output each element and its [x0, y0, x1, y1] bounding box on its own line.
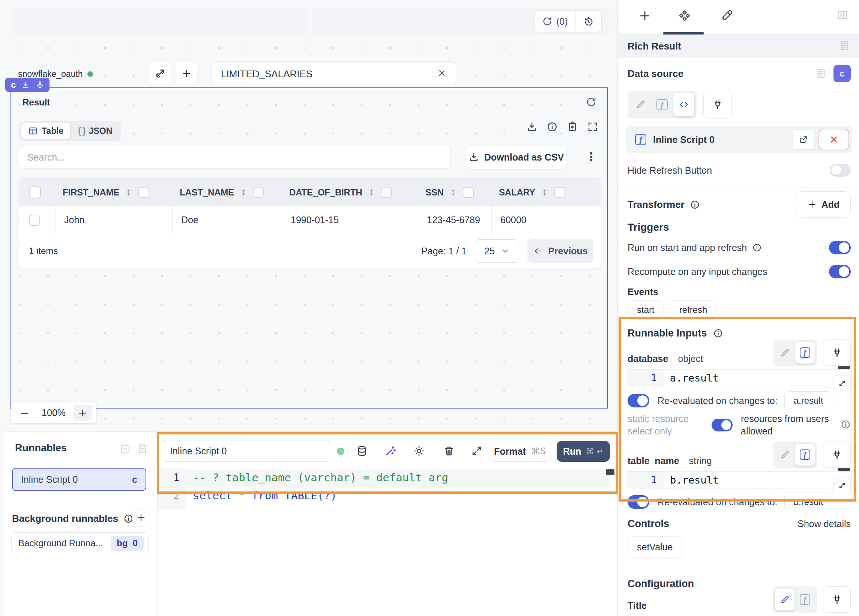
download-csv-button[interactable]: Download as CSV — [466, 145, 566, 169]
page-size-select[interactable]: 25 — [475, 239, 519, 263]
code-line-2[interactable]: 2 select * from TABLE(?) — [158, 487, 617, 504]
connect-runnable-button[interactable] — [703, 91, 732, 119]
docs-icon[interactable] — [839, 40, 850, 51]
sort-icon[interactable] — [449, 188, 457, 197]
mode-static-button[interactable] — [775, 444, 795, 466]
script-settings-button[interactable] — [408, 440, 430, 462]
background-runnable-item[interactable]: Background Runna... bg_0 — [11, 532, 148, 554]
mode-function-button[interactable]: f — [651, 93, 673, 116]
unlink-datasource-button[interactable] — [149, 62, 171, 85]
zoom-out-button[interactable]: − — [15, 406, 34, 419]
mode-function-button[interactable]: f — [795, 444, 815, 466]
select-all-checkbox[interactable] — [29, 186, 41, 199]
column-header[interactable]: SSN — [425, 187, 444, 198]
clear-table-button[interactable] — [428, 68, 456, 80]
mode-function-button[interactable]: f — [795, 342, 815, 364]
column-header[interactable]: SALARY — [499, 187, 535, 198]
docs-icon[interactable] — [815, 68, 827, 79]
collapse-sidebar-button[interactable] — [837, 9, 848, 22]
tab-json[interactable]: { } JSON — [71, 123, 119, 139]
reeval-toggle[interactable] — [628, 495, 649, 509]
format-button[interactable]: Format ⌘S — [488, 441, 552, 462]
recompute-toggle[interactable] — [829, 265, 851, 278]
column-toggle[interactable] — [462, 187, 474, 198]
tab-styles[interactable] — [720, 9, 733, 24]
info-icon[interactable] — [752, 243, 762, 252]
sort-icon[interactable] — [125, 188, 133, 197]
component-id-badge[interactable]: c — [834, 65, 851, 82]
search-input[interactable] — [19, 152, 450, 163]
resources-from-users-toggle[interactable] — [712, 419, 732, 432]
title-value-input[interactable] — [628, 614, 851, 616]
row-checkbox[interactable] — [29, 214, 40, 226]
runnable-item-inline-script-0[interactable]: Inline Script 0 c — [12, 468, 146, 491]
event-chip-start[interactable]: start — [628, 300, 664, 320]
info-icon[interactable] — [713, 328, 723, 338]
add-transformer-button[interactable]: Add — [796, 191, 851, 217]
sort-icon[interactable] — [239, 188, 248, 197]
connect-input-button[interactable] — [823, 442, 851, 468]
connect-input-button[interactable] — [823, 339, 851, 366]
refresh-queries-button[interactable]: (0) — [534, 16, 575, 27]
show-details-link[interactable]: Show details — [798, 519, 851, 529]
column-toggle[interactable] — [253, 187, 264, 198]
column-header[interactable]: FIRST_NAME — [62, 187, 119, 198]
add-background-runnable-button[interactable] — [132, 508, 150, 527]
move-down-icon[interactable] — [21, 81, 30, 89]
column-toggle[interactable] — [138, 187, 149, 198]
fullscreen-icon[interactable] — [587, 121, 598, 133]
info-icon[interactable] — [690, 200, 700, 210]
tab-table[interactable]: Table — [21, 123, 70, 139]
remove-script-button[interactable] — [818, 129, 849, 150]
delete-script-button[interactable] — [438, 440, 460, 462]
column-header[interactable]: LAST_NAME — [180, 187, 234, 198]
previous-page-button[interactable]: Previous — [527, 239, 593, 263]
mode-function-button[interactable]: f — [795, 589, 815, 610]
hide-refresh-toggle[interactable] — [830, 164, 851, 177]
expand-editor-button[interactable] — [466, 440, 488, 462]
info-icon[interactable] — [547, 121, 558, 133]
table-name-input[interactable] — [212, 68, 428, 80]
event-chip-refresh[interactable]: refresh — [670, 300, 717, 320]
reeval-dependency-chip[interactable]: a.result — [784, 391, 833, 410]
rich-result-widget[interactable]: Result Table { } JSON Download as CS — [10, 88, 608, 408]
info-icon[interactable] — [840, 419, 851, 430]
tab-insert[interactable] — [638, 9, 651, 24]
select-datasource-button[interactable] — [351, 440, 373, 462]
download-icon[interactable] — [526, 121, 537, 133]
control-chip-setvalue[interactable]: setValue — [628, 536, 682, 558]
copy-result-icon[interactable] — [567, 121, 578, 133]
anchor-icon[interactable] — [36, 81, 44, 89]
open-script-button[interactable] — [792, 130, 815, 150]
run-on-start-toggle[interactable] — [829, 241, 851, 254]
run-button[interactable]: Run ⌘ ↵ — [557, 441, 610, 462]
table-row[interactable]: John Doe 1990-01-15 123-45-6789 60000 — [19, 206, 601, 234]
expand-expression-button[interactable] — [834, 478, 851, 493]
input-expression-editor[interactable]: 1 b.result — [628, 471, 852, 488]
mode-code-button[interactable] — [673, 93, 694, 116]
add-table-button[interactable] — [176, 62, 197, 85]
reeval-dependency-chip[interactable]: b.result — [784, 492, 833, 511]
mode-static-button[interactable] — [775, 589, 795, 610]
collapse-panel-icon[interactable] — [120, 443, 131, 454]
mode-static-button[interactable] — [630, 93, 651, 116]
sort-icon[interactable] — [367, 188, 375, 197]
tab-components[interactable] — [677, 9, 692, 25]
sort-icon[interactable] — [540, 188, 549, 197]
column-toggle[interactable] — [381, 187, 392, 198]
mode-static-button[interactable] — [775, 342, 795, 364]
column-header[interactable]: DATE_OF_BIRTH — [289, 187, 362, 198]
script-name-input[interactable] — [163, 446, 330, 457]
more-options-button[interactable]: ⋮ — [581, 147, 601, 166]
history-button[interactable] — [576, 16, 601, 27]
ai-assist-button[interactable] — [380, 440, 401, 462]
zoom-in-button[interactable]: + — [73, 405, 92, 421]
widget-refresh-button[interactable] — [586, 96, 597, 109]
code-line-1[interactable]: 1 -- ? table_name (varchar) = default ar… — [158, 469, 617, 486]
column-toggle[interactable] — [554, 187, 565, 198]
editor-scrollbar-thumb[interactable] — [606, 469, 614, 475]
widget-selection-toolbar[interactable]: c — [5, 78, 50, 92]
connect-title-button[interactable] — [823, 586, 851, 613]
input-expression-editor[interactable]: 1 a.result — [628, 369, 852, 386]
docs-icon[interactable] — [137, 443, 148, 454]
